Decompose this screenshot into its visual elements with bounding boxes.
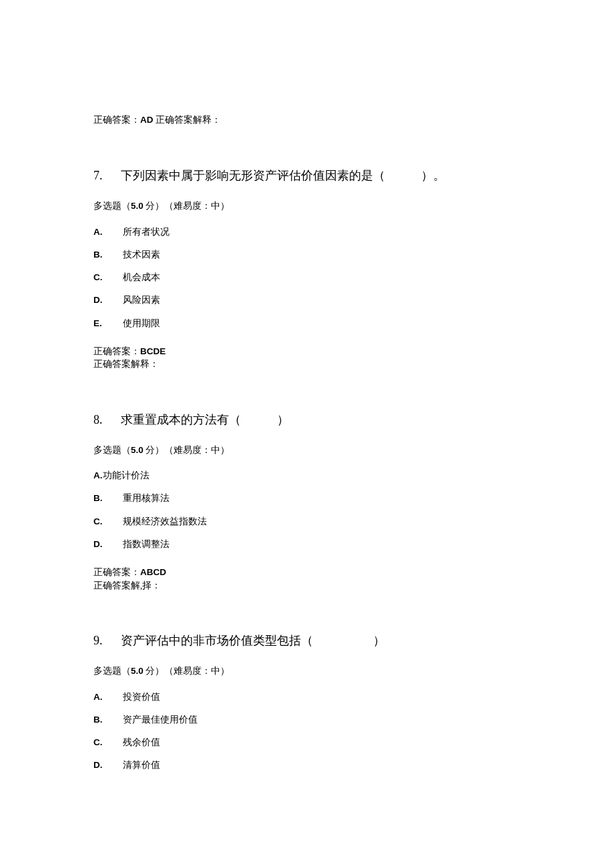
q8-option-c: C.规模经济效益指数法: [93, 515, 521, 528]
option-text: 所有者状况: [123, 227, 170, 237]
option-letter: A.: [93, 691, 123, 704]
option-text: 残余价值: [123, 737, 160, 747]
q9-meta-before: 多选题（: [93, 666, 131, 676]
q7-meta-after: 分）（难易度：中）: [143, 201, 230, 211]
option-text: 技术因素: [123, 250, 160, 260]
option-text: 使用期限: [123, 318, 160, 328]
option-letter: D.: [93, 538, 123, 551]
q7-option-b: B.技术因素: [93, 248, 521, 262]
q8-answer-value: ABCD: [140, 567, 166, 577]
option-text: 功能计价法: [103, 470, 149, 480]
q8-answer-label: 正确答案：: [93, 567, 140, 577]
q8-meta: 多选题（5.0 分）（难易度：中）: [93, 444, 521, 457]
prev-answer-line: 正确答案：AD 正确答案解释：: [93, 113, 521, 127]
option-letter: C.: [93, 515, 123, 528]
q9-option-a: A.投资价值: [93, 691, 521, 704]
q7-answer-value: BCDE: [140, 346, 166, 356]
option-text: 资产最佳使用价值: [123, 715, 198, 725]
q8-meta-after: 分）（难易度：中）: [143, 445, 230, 455]
q8-explain-label: 正确答案解,择：: [93, 579, 521, 592]
q9-title-after: ）: [373, 634, 385, 647]
q8-title-after: ）: [277, 413, 289, 426]
question-8: 8. 求重置成本的方法有（ ） 多选题（5.0 分）（难易度：中） A.功能计价…: [93, 411, 521, 592]
option-text: 规模经济效益指数法: [123, 516, 207, 526]
q7-option-e: E.使用期限: [93, 317, 521, 330]
q8-title-before: 求重置成本的方法有（: [121, 413, 241, 426]
q7-option-c: C.机会成本: [93, 271, 521, 284]
option-text: 风险因素: [123, 295, 160, 305]
prev-answer-value: AD: [140, 115, 154, 125]
q8-meta-points: 5.0: [131, 445, 143, 455]
option-letter: B.: [93, 492, 123, 505]
q9-title-before: 资产评估中的非市场价值类型包括（: [121, 634, 313, 647]
option-text: 投资价值: [123, 692, 160, 702]
prev-answer-label: 正确答案：: [93, 115, 140, 125]
q7-explain-label: 正确答案解释：: [93, 358, 521, 371]
question-9-title: 9. 资产评估中的非市场价值类型包括（ ）: [93, 632, 521, 650]
q8-number: 8.: [93, 411, 117, 429]
option-letter: E.: [93, 317, 123, 330]
option-text: 清算价值: [123, 760, 160, 770]
q9-meta-after: 分）（难易度：中）: [143, 666, 230, 676]
q7-meta-points: 5.0: [131, 201, 143, 211]
question-9: 9. 资产评估中的非市场价值类型包括（ ） 多选题（5.0 分）（难易度：中） …: [93, 632, 521, 772]
prev-explain-label: 正确答案解释：: [154, 115, 221, 125]
question-7-title: 7. 下列因素中属于影响无形资产评估价值因素的是（ ）。: [93, 167, 521, 185]
q7-title-after: ）。: [421, 169, 445, 182]
q8-option-a: A.功能计价法: [93, 469, 521, 482]
option-letter: B.: [93, 248, 123, 262]
q8-option-d: D.指数调整法: [93, 538, 521, 551]
q7-number: 7.: [93, 167, 117, 185]
option-letter: C.: [93, 271, 123, 284]
q8-meta-before: 多选题（: [93, 445, 131, 455]
option-letter: D.: [93, 294, 123, 307]
q9-option-b: B.资产最佳使用价值: [93, 713, 521, 727]
question-8-title: 8. 求重置成本的方法有（ ）: [93, 411, 521, 429]
q8-answer-block: 正确答案：ABCD 正确答案解,择：: [93, 566, 521, 592]
q7-title-before: 下列因素中属于影响无形资产评估价值因素的是（: [121, 169, 385, 182]
option-letter: A.: [93, 470, 103, 480]
q7-answer-block: 正确答案：BCDE 正确答案解释：: [93, 345, 521, 371]
q9-option-d: D.清算价值: [93, 759, 521, 772]
option-text: 指数调整法: [123, 539, 170, 549]
q8-option-b: B.重用核算法: [93, 492, 521, 505]
q7-meta: 多选题（5.0 分）（难易度：中）: [93, 199, 521, 213]
q7-option-a: A.所有者状况: [93, 226, 521, 239]
option-text: 重用核算法: [123, 493, 170, 503]
q7-answer-label: 正确答案：: [93, 346, 140, 356]
q7-option-d: D.风险因素: [93, 294, 521, 307]
option-text: 机会成本: [123, 272, 160, 282]
option-letter: B.: [93, 713, 123, 727]
option-letter: C.: [93, 736, 123, 749]
q9-number: 9.: [93, 632, 117, 650]
q9-meta-points: 5.0: [131, 666, 143, 676]
option-letter: A.: [93, 226, 123, 239]
q7-meta-before: 多选题（: [93, 201, 131, 211]
q9-meta: 多选题（5.0 分）（难易度：中）: [93, 665, 521, 678]
option-letter: D.: [93, 759, 123, 772]
q9-option-c: C.残余价值: [93, 736, 521, 749]
question-7: 7. 下列因素中属于影响无形资产评估价值因素的是（ ）。 多选题（5.0 分）（…: [93, 167, 521, 371]
